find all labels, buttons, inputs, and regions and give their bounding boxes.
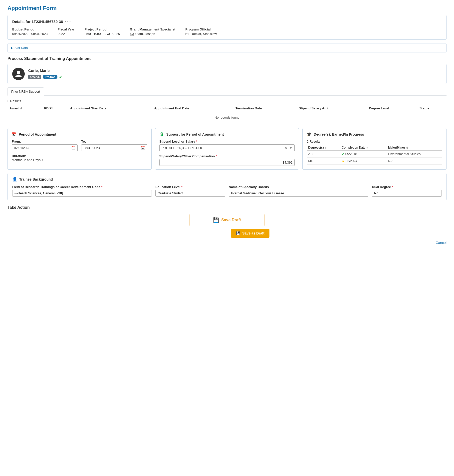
project-period-item: Project Period 05/01/1980 - 08/31/2025 [84,27,120,36]
edu-level-req: * [181,185,183,189]
specialty-label: Name of Specialty Boards [229,185,368,189]
po-value: Rotblat, Stanislaw [185,32,217,36]
col-start-date: Appointment Start Date [68,105,152,112]
trainee-name-dots: ··· [52,69,54,73]
from-date-input[interactable]: 02/01/2023 📅 [12,144,78,151]
save-as-draft-button[interactable]: 💾 Save as Draft [231,229,269,238]
badge-predoc: Pre-Doc [43,75,57,79]
trainee-bg-row: Field of Research Trainings or Career De… [12,185,442,197]
from-group: From: 02/01/2023 📅 [12,140,78,151]
edu-level-label: Education Level * [155,185,225,189]
field-research-select-wrapper[interactable]: ---Health Sciences, General (298) [12,190,152,197]
project-period-label: Project Period [84,27,120,31]
compensation-req: * [216,154,217,158]
to-calendar-icon[interactable]: 📅 [141,146,145,150]
col-award: Award # [7,105,42,112]
no-records-row: No records found [7,112,447,123]
slot-data-section: Slot Data [7,43,447,52]
col-status: Status [418,105,447,112]
trainee-bg-icon: 👤 [12,177,17,182]
deg-ab: AB [307,151,340,158]
trainee-bg-title: 👤 Trainee Background [12,177,442,182]
mail-icon-gms [130,33,133,35]
floppy-icon-filled: 💾 [236,231,240,235]
field-research-req: * [101,185,102,189]
to-label: To: [81,140,147,143]
budget-period-value: 09/01/2022 - 08/31/2023 [12,32,48,36]
edu-level-select[interactable]: Graduate Student [155,190,225,197]
period-panel-title: 📅 Period of Appointment [12,132,147,137]
slot-data-toggle[interactable]: Slot Data [11,46,443,50]
to-group: To: 03/31/2023 📅 [81,140,147,151]
degrees-panel: 🎓 Degree(s): Earned/In Progress 2 Result… [302,128,447,170]
svg-point-2 [17,71,20,74]
stipend-clear-icon[interactable]: ✕ [284,146,287,150]
gms-value: Ulam, Joseph [130,32,155,36]
footer-row: Cancel [7,239,447,245]
period-panel: 📅 Period of Appointment From: 02/01/2023… [7,128,152,170]
trainee-badges: Amend. Pre-Doc ✔ [28,74,63,80]
dual-degree-label: Dual Degree * [372,185,442,189]
degree-row-md: MD ★ 05/2024 N/A [307,158,442,165]
field-research-select[interactable]: ---Health Sciences, General (298) [12,190,152,197]
dual-degree-select[interactable]: No [372,190,442,197]
slot-data-label: Slot Data [14,46,28,50]
tab-bar: Prior NRSA Support [7,87,447,96]
degrees-panel-title: 🎓 Degree(s): Earned/In Progress [307,132,442,137]
deg-md: MD [307,158,340,165]
save-draft-button[interactable]: 💾 Save Draft [190,214,264,226]
no-records-cell: No records found [7,112,447,123]
fiscal-year-label: Fiscal Year [58,27,75,31]
from-calendar-icon[interactable]: 📅 [71,146,75,150]
deg-col-completion: Completion Date ⇅ [340,145,387,151]
stipend-arrow-icon[interactable]: ▼ [289,146,292,150]
deg-md-major: N/A [387,158,442,165]
stipend-label: Stipend Level or Salary * [159,140,295,143]
duration-section: Duration: Months: 2 and Days: 0 [12,154,147,162]
duration-label: Duration: [12,154,26,158]
budget-period-item: Budget Period 09/01/2022 - 08/31/2023 [12,27,48,36]
deg-ab-completion: ✔ 05/2018 [340,151,387,158]
gms-item: Grant Management Specialist Ulam, Joseph [130,27,175,36]
sort-icon-degree[interactable]: ⇅ [325,146,327,149]
dual-degree-group: Dual Degree * No [372,185,442,197]
fiscal-year-item: Fiscal Year 2022 [58,27,75,36]
avatar [12,68,25,80]
budget-period-label: Budget Period [12,27,48,31]
tab-prior-nrsa-support[interactable]: Prior NRSA Support [7,87,44,96]
col-stipend: Stipend/Salary Amt [297,105,367,112]
page-title: Appointment Form [7,5,447,11]
sort-icon-major[interactable]: ⇅ [406,146,408,149]
col-degree-level: Degree Level [367,105,417,112]
deg-md-completion: ★ 05/2024 [340,158,387,165]
stipend-select[interactable]: PRE ALL - 26,352 PRE-DOC ✕ ▼ [159,144,295,151]
details-dots[interactable]: ··· [65,19,71,24]
deg-col-major: Major/Minor ⇅ [387,145,442,151]
gms-label: Grant Management Specialist [130,27,175,31]
support-panel-title: 💲 Support for Period of Appointment [159,132,295,137]
specialty-group: Name of Specialty Boards [229,185,368,197]
col-pdpi: PD/PI [42,105,68,112]
star-icon-md: ★ [342,159,345,163]
floppy-icon-outline: 💾 [213,217,219,223]
take-action-section: Take Action 💾 Save Draft 💾 Save as Draft… [7,205,447,245]
cancel-link[interactable]: Cancel [436,241,447,245]
trainee-card: Curie, Marie ··· Amend. Pre-Doc ✔ [7,64,447,84]
details-card: Details for 1T23HL456789-38 ··· Budget P… [7,15,447,40]
compensation-input[interactable]: $4,392 [159,159,295,166]
details-header: Details for 1T23HL456789-38 ··· [12,19,442,24]
specialty-input[interactable] [229,190,368,197]
sort-icon-completion[interactable]: ⇅ [366,146,368,149]
deg-col-degree: Degrees(s) ⇅ [307,145,340,151]
degrees-table: Degrees(s) ⇅ Completion Date ⇅ Major/Min… [307,145,442,165]
edu-level-select-wrapper[interactable]: Graduate Student [155,190,225,197]
svg-rect-0 [130,34,134,36]
calendar-icon: 📅 [12,132,17,137]
support-panel: 💲 Support for Period of Appointment Stip… [155,128,299,170]
deg-ab-major: Environmental Studies [387,151,442,158]
to-date-input[interactable]: 03/31/2023 📅 [81,144,147,151]
dual-degree-select-wrapper[interactable]: No [372,190,442,197]
degree-row-ab: AB ✔ 05/2018 Environmental Studies [307,151,442,158]
edu-level-group: Education Level * Graduate Student [155,185,225,197]
nrsa-support-table: Award # PD/PI Appointment Start Date App… [7,105,447,123]
